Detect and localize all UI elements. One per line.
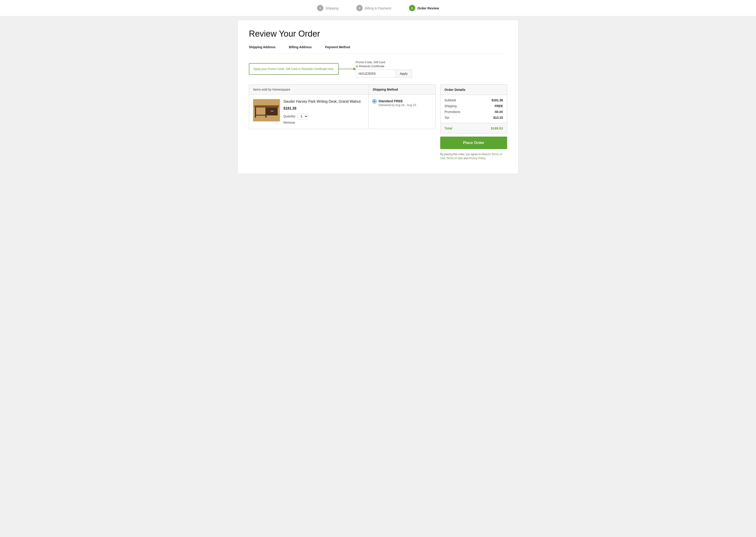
step-2-circle: 2: [357, 5, 362, 11]
step-shipping[interactable]: 1 Shipping: [317, 5, 339, 11]
payment-method-label: Payment Method: [325, 45, 350, 49]
legal-line1: By placing this order, you agree to Houz…: [440, 153, 491, 156]
order-details-sidebar: Order Details Subtotal $181.38 Shipping …: [440, 84, 507, 160]
place-order-button[interactable]: Place Order: [440, 137, 507, 149]
items-header: Items sold by Homesquare Shipping Method: [249, 85, 435, 95]
terms-of-sale-link[interactable]: Terms of Sale: [446, 157, 463, 160]
order-layout: Items sold by Homesquare Shipping Method: [249, 84, 507, 160]
steps-bar: 1 Shipping 2 Billing & Payment 3 Order R…: [0, 0, 756, 16]
order-details-box: Order Details Subtotal $181.38 Shipping …: [440, 84, 507, 134]
total-value: $189.53: [491, 126, 503, 130]
address-row: Shipping Address Billing Address Payment…: [249, 45, 507, 54]
billing-address-col: Billing Address: [289, 45, 312, 49]
tax-label: Tax: [444, 116, 449, 119]
promo-hint-text: Apply your Promo Code, Gift Card or Rewa…: [253, 67, 334, 70]
shipping-label: Shipping: [444, 104, 457, 108]
payment-method-col: Payment Method: [325, 45, 350, 49]
item-left: Sauder Harvey Park Writing Desk, Grand W…: [249, 95, 369, 129]
item-image: [253, 99, 280, 121]
shipping-method-header: Shipping Method: [369, 85, 435, 95]
shipping-method-option: Standard FREE Delivered by Aug 16 - Aug …: [373, 99, 432, 107]
shipping-address-label: Shipping Address: [249, 45, 276, 49]
shipping-value: FREE: [495, 104, 503, 108]
step-2-label: Billing & Payment: [365, 6, 391, 10]
promo-hint-box: Apply your Promo Code, Gift Card or Rewa…: [249, 63, 339, 75]
step-1-circle: 1: [317, 5, 323, 11]
apply-promo-button[interactable]: Apply: [396, 70, 412, 78]
total-label: Total: [444, 126, 452, 130]
item-details: Sauder Harvey Park Writing Desk, Grand W…: [284, 99, 364, 124]
promo-field-label: Promo Code, Gift Card or Rewards Certifi…: [356, 60, 412, 68]
step-order-review[interactable]: 3 Order Review: [409, 5, 439, 11]
items-body: Sauder Harvey Park Writing Desk, Grand W…: [249, 95, 435, 129]
svg-rect-7: [255, 115, 267, 116]
promotions-row: Promotions -$5.00: [444, 110, 503, 114]
promo-code-input[interactable]: [356, 70, 396, 78]
step-billing[interactable]: 2 Billing & Payment: [357, 5, 391, 11]
legal-text: By placing this order, you agree to Houz…: [440, 152, 507, 160]
item-name: Sauder Harvey Park Writing Desk, Grand W…: [284, 99, 364, 104]
svg-rect-6: [265, 107, 267, 118]
subtotal-value: $181.38: [492, 99, 503, 102]
billing-address-label: Billing Address: [289, 45, 312, 49]
tax-value: $13.15: [493, 116, 503, 119]
main-content: Review Your Order Shipping Address Billi…: [238, 20, 518, 174]
subtotal-label: Subtotal: [444, 99, 456, 102]
delivery-dates: Delivered by Aug 16 - Aug 23: [378, 103, 416, 107]
svg-rect-5: [255, 107, 256, 118]
promotions-label: Promotions: [444, 110, 460, 114]
seller-label: Items sold by Homesquare: [249, 85, 369, 95]
subtotal-row: Subtotal $181.38: [444, 99, 503, 102]
promo-section: Apply your Promo Code, Gift Card or Rewa…: [249, 60, 507, 78]
promotions-value: -$5.00: [494, 110, 503, 114]
order-details-body: Subtotal $181.38 Shipping FREE Promotion…: [440, 95, 507, 123]
quantity-label: Quantity:: [284, 114, 296, 118]
shipping-radio-selected[interactable]: [373, 100, 376, 103]
item-price: $181.38: [284, 106, 364, 110]
remove-item-link[interactable]: Remove: [284, 121, 364, 124]
page-title: Review Your Order: [249, 29, 507, 39]
total-row: Total $189.53: [440, 123, 507, 133]
shipping-info: Standard FREE Delivered by Aug 16 - Aug …: [378, 99, 416, 107]
item-shipping-method: Standard FREE Delivered by Aug 16 - Aug …: [369, 95, 435, 129]
items-box: Items sold by Homesquare Shipping Method: [249, 84, 436, 129]
item-qty-row: Quantity: 1 2 3: [284, 113, 364, 119]
step-3-circle: 3: [409, 5, 415, 11]
promo-input-area: Promo Code, Gift Card or Rewards Certifi…: [356, 60, 412, 78]
shipping-address-col: Shipping Address: [249, 45, 276, 49]
order-main: Items sold by Homesquare Shipping Method: [249, 84, 436, 129]
quantity-select[interactable]: 1 2 3: [298, 113, 308, 119]
legal-and: and: [464, 157, 469, 160]
promo-arrow-icon: [338, 66, 356, 72]
step-1-label: Shipping: [325, 6, 339, 10]
promo-input-row: Apply: [356, 70, 412, 78]
shipping-row: Shipping FREE: [444, 104, 503, 108]
tax-row: Tax $13.15: [444, 116, 503, 119]
svg-rect-4: [271, 111, 274, 111]
shipping-method-label: Standard FREE: [378, 99, 416, 103]
legal-end: .: [485, 157, 486, 160]
order-details-header: Order Details: [440, 85, 507, 95]
privacy-policy-link[interactable]: Privacy Policy: [469, 157, 485, 160]
step-3-label: Order Review: [417, 6, 439, 10]
svg-rect-2: [254, 105, 279, 107]
